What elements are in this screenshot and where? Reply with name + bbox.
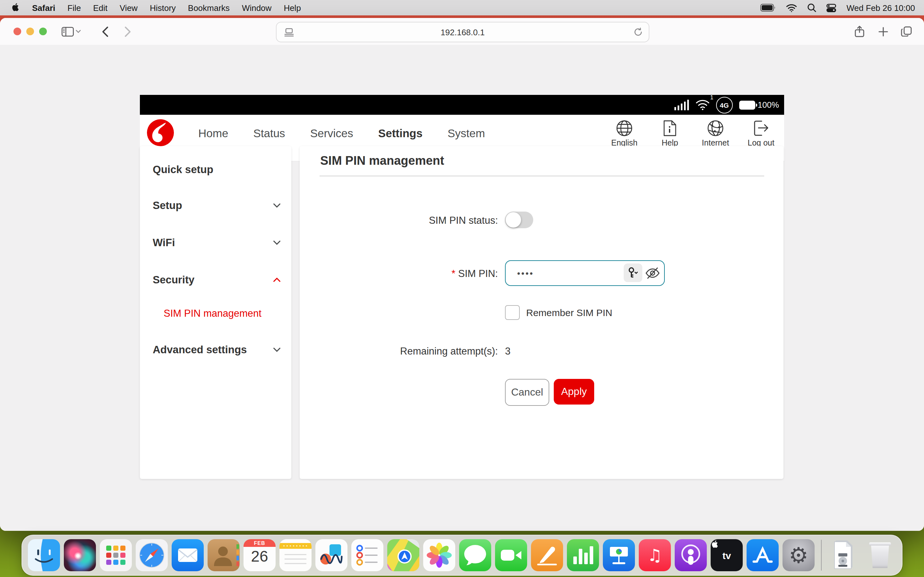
desktop: Safari File Edit View History Bookmarks … [0, 0, 924, 577]
sidebar-item-sim-pin-management[interactable]: SIM PIN management [164, 308, 262, 319]
sim-pin-input[interactable]: •••• [505, 260, 665, 286]
logout-button[interactable]: Log out [747, 120, 775, 147]
dock-icon-system-settings[interactable]: ⚙ [782, 539, 814, 571]
dock-icon-maps[interactable] [387, 539, 419, 571]
calendar-day: 26 [244, 548, 276, 566]
sidebar-item-advanced-settings[interactable]: Advanced settings [153, 339, 281, 359]
sim-pin-label-text: SIM PIN: [458, 268, 498, 279]
dock-icon-notes[interactable] [279, 539, 312, 571]
close-window-button[interactable] [13, 27, 21, 35]
dock-icon-photos[interactable] [423, 539, 455, 571]
nav-home[interactable]: Home [198, 127, 228, 140]
dock-icon-trash[interactable] [864, 539, 896, 571]
sim-pin-masked-value: •••• [506, 268, 534, 278]
language-button[interactable]: English [610, 120, 638, 147]
dock-icon-launchpad[interactable] [100, 539, 132, 571]
settings-sidebar: Quick setup Setup WiFi Security SIM PIN … [140, 146, 291, 479]
device-battery-icon: 100% [739, 100, 779, 110]
vodafone-logo[interactable] [146, 119, 174, 147]
chevron-down-icon [273, 201, 281, 210]
show-password-eye-slash-icon[interactable] [644, 264, 662, 282]
sidebar-label: Setup [153, 199, 182, 211]
nav-services[interactable]: Services [310, 127, 353, 140]
remember-sim-pin-checkbox[interactable] [505, 305, 520, 320]
dock-icon-keynote[interactable] [603, 539, 635, 571]
dock-icon-numbers[interactable] [567, 539, 599, 571]
sidebar-chevron-icon[interactable] [76, 18, 81, 45]
address-bar[interactable]: 192.168.0.1 [276, 22, 649, 42]
dock-icon-facetime[interactable] [495, 539, 527, 571]
toggle-knob [506, 212, 521, 227]
menu-edit[interactable]: Edit [93, 3, 107, 13]
dock-icon-document-stack[interactable] [828, 539, 860, 571]
dock-icon-safari[interactable] [136, 539, 168, 571]
reload-icon[interactable] [632, 23, 644, 42]
dock-icon-finder[interactable] [28, 539, 60, 571]
battery-percent-text: 100% [758, 100, 779, 110]
device-wifi-icon: 1 [696, 99, 710, 110]
dock-icon-reminders[interactable] [351, 539, 383, 571]
tabs-overview-icon[interactable] [900, 18, 913, 45]
apply-button[interactable]: Apply [554, 379, 594, 405]
dock-icon-app-store[interactable] [746, 539, 779, 571]
sidebar-item-security[interactable]: Security [153, 269, 281, 290]
music-note-glyph: ♫ [648, 547, 662, 564]
share-icon[interactable] [853, 18, 865, 45]
minimize-window-button[interactable] [26, 27, 34, 35]
network-4g-badge: 4G [716, 97, 733, 113]
sim-pin-status-toggle[interactable] [505, 211, 533, 228]
cancel-button[interactable]: Cancel [505, 379, 549, 406]
dock-icon-calendar[interactable]: FEB 26 [244, 539, 276, 571]
calendar-month: FEB [244, 540, 276, 546]
menu-window[interactable]: Window [242, 3, 272, 13]
title-divider [320, 176, 764, 176]
zoom-window-button[interactable] [39, 27, 47, 35]
menu-help[interactable]: Help [284, 3, 301, 13]
dock-icon-tv[interactable]: tv [711, 539, 743, 571]
password-autofill-key-icon[interactable] [624, 263, 642, 282]
browser-viewport: 1 4G 100% Home Status [0, 45, 924, 531]
nav-status[interactable]: Status [253, 127, 285, 140]
nav-settings[interactable]: Settings [378, 127, 423, 140]
remaining-attempts-label: Remaining attempt(s): [321, 346, 498, 357]
sidebar-item-wifi[interactable]: WiFi [153, 232, 281, 253]
dock-icon-messages[interactable] [459, 539, 491, 571]
back-button[interactable] [101, 18, 110, 45]
menu-app-name[interactable]: Safari [32, 3, 55, 13]
dock-icon-freeform[interactable] [315, 539, 347, 571]
internet-button[interactable]: Internet [701, 120, 730, 147]
forward-button[interactable] [123, 18, 132, 45]
dock-icon-siri[interactable] [64, 539, 96, 571]
sidebar-item-quick-setup[interactable]: Quick setup [153, 159, 281, 179]
sidebar-toggle-icon[interactable] [59, 18, 76, 45]
battery-icon[interactable] [761, 4, 776, 11]
search-icon[interactable] [808, 3, 817, 12]
dock-icon-contacts[interactable] [208, 539, 240, 571]
menu-view[interactable]: View [120, 3, 137, 13]
chevron-up-icon [273, 276, 281, 284]
menu-bar-clock[interactable]: Wed Feb 26 10:00 [846, 3, 915, 13]
trash-body [869, 542, 891, 568]
sidebar-label: Quick setup [153, 163, 213, 175]
menu-history[interactable]: History [150, 3, 176, 13]
chevron-down-icon [273, 345, 281, 354]
menu-file[interactable]: File [67, 3, 81, 13]
help-button[interactable]: Help [656, 120, 684, 147]
sidebar-item-setup[interactable]: Setup [153, 195, 281, 215]
wifi-icon[interactable] [787, 3, 797, 12]
new-tab-icon[interactable] [877, 18, 889, 45]
globe-icon [616, 120, 633, 137]
dock-icon-podcasts[interactable] [675, 539, 707, 571]
sim-pin-panel: SIM PIN management SIM PIN status: * SIM… [300, 146, 783, 479]
url-text[interactable]: 192.168.0.1 [276, 27, 649, 37]
control-center-icon[interactable] [827, 3, 837, 12]
dock-icon-mail[interactable] [172, 539, 204, 571]
dock-icon-music[interactable]: ♫ [639, 539, 671, 571]
dock-icon-pages[interactable] [531, 539, 563, 571]
apple-menu-icon[interactable] [11, 3, 20, 12]
safari-toolbar: 192.168.0.1 [0, 18, 924, 45]
nav-system[interactable]: System [447, 127, 485, 140]
gear-icon: ⚙ [789, 544, 809, 566]
sim-pin-status-label: SIM PIN status: [321, 215, 498, 226]
menu-bookmarks[interactable]: Bookmarks [188, 3, 230, 13]
